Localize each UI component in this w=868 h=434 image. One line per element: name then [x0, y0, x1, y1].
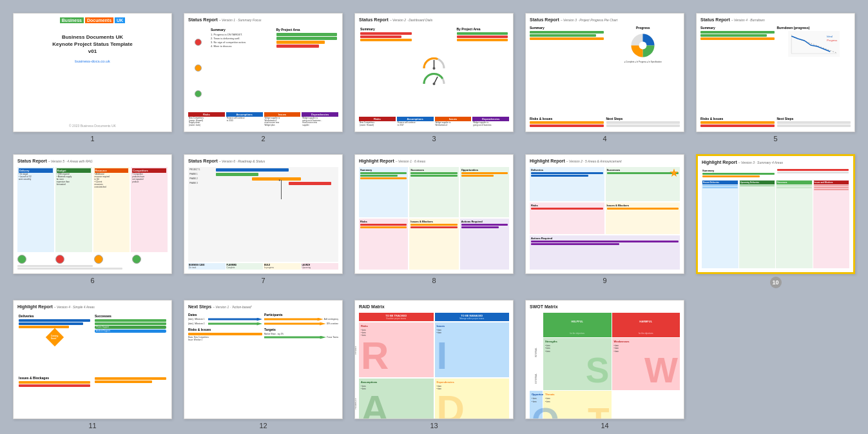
slide-number-13: 13: [430, 422, 438, 429]
opportunities: Opportunities • item• item O: [530, 391, 543, 419]
issues-cell-9: Issues & Blockers: [606, 202, 680, 234]
slide-11-title: Highlight Report: [17, 304, 53, 309]
slide-3-subtitle: – Version 2 · Dashboard Dials: [390, 18, 432, 22]
slide-10-footer: 10: [770, 277, 782, 288]
slide-number-1: 1: [90, 135, 94, 143]
slide-number-3: 3: [432, 135, 436, 143]
issues-quadrant: Issues • item• item I: [435, 322, 510, 378]
slide-number-7: 7: [261, 277, 265, 284]
rag-3: [94, 255, 103, 264]
slide-4[interactable]: Status Report – Version 3 · Project Prog…: [525, 13, 684, 132]
slide-wrapper-7: Status Report – Version 6 · Roadmap & St…: [184, 154, 343, 288]
slide-number-8: 8: [432, 277, 436, 284]
slide-6-title: Status Report: [17, 159, 47, 163]
slide-11-subtitle: – Version 4 · Simple 4 Areas: [54, 305, 95, 309]
issues-11: Issues & Blockages: [17, 375, 92, 415]
slide-11[interactable]: Highlight Report – Version 4 · Simple 4 …: [13, 300, 172, 419]
slide-number-5: 5: [773, 135, 777, 143]
threats: Threats • item• item T: [543, 391, 612, 419]
slide-number-4: 4: [603, 135, 606, 143]
resource-col: Resource • Additionalresource requiredin…: [93, 167, 130, 252]
progress-section: Progress ● Complete ● In Progress ● In S…: [606, 26, 680, 115]
slide-2-subtitle: – Version 1 · Summary Focus: [219, 18, 262, 22]
slide-10[interactable]: Highlight Report – Version 3 · Summary 4…: [696, 154, 855, 273]
slide-3[interactable]: Status Report – Version 2 · Dashboard Di…: [354, 13, 514, 132]
slide-4-title: Status Report: [530, 17, 559, 22]
slide-1[interactable]: Business Documents UK Business Documents…: [13, 13, 172, 132]
slide-10-title: Highlight Report: [702, 160, 737, 164]
slide-14[interactable]: SWOT Matrix HELPFULfor the objectives HA…: [525, 300, 684, 419]
bottom-4col-3: RisksNew Competitors(owner: Howard) Assu…: [359, 117, 509, 128]
successes-10: Successes: [776, 180, 813, 268]
slide-wrapper-13: RAID Matrix TO BE TRACKED Escalate proje…: [354, 300, 514, 429]
logo-uk: UK: [115, 17, 125, 23]
slide-12-title: Next Steps: [188, 304, 211, 309]
strengths: Strengths • item• item• item S: [543, 338, 612, 391]
slide-5-subtitle: – Version 4 · Burndown: [731, 18, 765, 22]
slide-9-title: Highlight Report: [530, 159, 565, 163]
slide-5-title: Status Report: [700, 17, 730, 22]
weaknesses: Weaknesses • item• item• item W: [612, 338, 680, 391]
slide-8[interactable]: Highlight Report – Version 1 · 6 Areas S…: [354, 154, 514, 273]
risks-11: [93, 375, 168, 415]
slide-8-title: Highlight Report: [359, 159, 394, 163]
slide-12[interactable]: Next Steps – Version 1 · 'Action-based' …: [184, 300, 343, 419]
slide-link: business-docs.co.uk: [75, 59, 110, 63]
slide-5[interactable]: Status Report – Version 4 · Burndown Sum…: [696, 13, 855, 132]
slide-wrapper-1: Business Documents UK Business Documents…: [13, 13, 172, 143]
participants-col: Participants Add contingency 30% overtim…: [264, 313, 338, 415]
actions-cell-9: Actions Required: [530, 235, 680, 270]
svg-point-3: [433, 83, 436, 85]
slide-10-subtitle: – Version 3 · Summary 4 Areas: [738, 161, 783, 164]
slide-2[interactable]: Status Report – Version 1 · Summary Focu…: [184, 13, 343, 132]
slide-7[interactable]: Status Report – Version 6 · Roadmap & St…: [184, 154, 343, 273]
risks-section: Risks & Issues: [530, 117, 604, 128]
slide-wrapper-5: Status Report – Version 4 · Burndown Sum…: [696, 13, 855, 143]
slide-wrapper-10: Highlight Report – Version 3 · Summary 4…: [696, 154, 855, 288]
slide-9[interactable]: Highlight Report – Version 2 · 5 Areas &…: [525, 154, 684, 273]
risks-cell-9: Risks: [530, 202, 604, 234]
successes-cell: Successes: [409, 167, 458, 217]
opportunities-cell: Opportunities: [460, 167, 509, 217]
slide-number-12: 12: [259, 422, 267, 429]
slide-number-11: 11: [88, 422, 96, 429]
by-project-col: By Project Area: [275, 26, 339, 110]
next-steps-5: Next Steps: [777, 117, 851, 128]
recent-deliveries: Recent Deliveries: [702, 180, 738, 268]
slide-6[interactable]: Status Report – Version 5 · 4 Areas with…: [13, 154, 172, 273]
slide-wrapper-8: Highlight Report – Version 1 · 6 Areas S…: [354, 154, 514, 288]
roadmap-chart: PROJECT 1 PHASE 1 PHASE 2: [188, 167, 338, 261]
logo-business: Business: [60, 17, 84, 23]
slide-2-title: Status Report: [188, 17, 218, 22]
logo-documents: Documents: [85, 17, 113, 23]
slide-7-title: Status Report: [188, 159, 218, 163]
deliveries-cell-9: Deliveries: [530, 167, 604, 201]
summary-col: Summary 1. Progress is ON TARGET.2. Team…: [209, 26, 273, 110]
issues-blockers-cell: Issues & Blockers: [409, 219, 458, 269]
slide-13-title: RAID Matrix: [359, 304, 385, 309]
successes-11: Successes Phone Support Android Support: [93, 313, 168, 373]
project-right: By Project Area: [456, 26, 510, 115]
dependencies-quadrant: Dependencies • item• item D: [435, 379, 510, 419]
status-grid: BUSINESS CASEOn track PLANNINGComplete B…: [188, 263, 338, 270]
dates-col: Dates [date] - Milestone 1 [date] - Mile…: [188, 313, 262, 415]
next-steps-section: Next Steps: [606, 117, 680, 128]
slide-3-title: Status Report: [359, 17, 389, 22]
slide-8-subtitle: – Version 1 · 6 Areas: [396, 159, 425, 163]
slide-14-title: SWOT Matrix: [530, 304, 558, 309]
slide-13[interactable]: RAID Matrix TO BE TRACKED Escalate proje…: [354, 300, 514, 419]
summary-section: Summary: [530, 26, 604, 115]
summary-cell: Summary: [359, 167, 408, 217]
slide-wrapper-2: Status Report – Version 1 · Summary Focu…: [184, 13, 343, 143]
svg-point-5: [639, 42, 647, 50]
risks-quadrant: Risks • item• item• item R: [359, 322, 434, 378]
slide-wrapper-12: Next Steps – Version 1 · 'Action-based' …: [184, 300, 343, 429]
budget-col: Budget • SSE required• Materials supplyf…: [55, 167, 92, 252]
rag-1: [17, 255, 26, 264]
slide-number-6: 6: [90, 277, 94, 284]
slide-grid: Business Documents UK Business Documents…: [13, 13, 855, 429]
delivery-col: Delivery • On target• Launch of V2went s…: [17, 167, 54, 252]
slide-wrapper-4: Status Report – Version 3 · Project Prog…: [525, 13, 684, 143]
risks-cell: Risks: [359, 219, 408, 269]
slide-wrapper-11: Highlight Report – Version 4 · Simple 4 …: [13, 300, 172, 429]
